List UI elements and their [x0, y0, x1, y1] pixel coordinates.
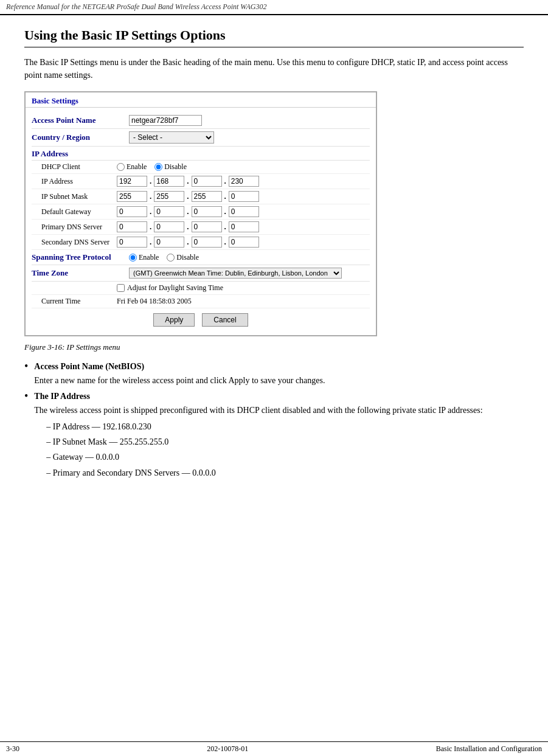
- spanning-enable-label[interactable]: Enable: [129, 253, 159, 262]
- subnet-mask-label: IP Subnet Mask: [32, 192, 117, 201]
- dhcp-enable-radio[interactable]: [117, 163, 125, 171]
- current-time-label: Current Time: [32, 297, 117, 306]
- spanning-tree-label: Spanning Tree Protocol: [32, 252, 129, 262]
- primary-dns-label: Primary DNS Server: [32, 223, 117, 232]
- page-footer: 3-30 202-10078-01 Basic Installation and…: [0, 741, 548, 756]
- secondary-dns-octet-3[interactable]: [192, 237, 222, 248]
- subnet-octet-1[interactable]: [117, 191, 147, 202]
- time-zone-select[interactable]: (GMT) Greenwich Mean Time: Dublin, Edinb…: [129, 268, 342, 279]
- ip-octet-4[interactable]: [229, 176, 259, 187]
- primary-dns-dot-3: .: [224, 222, 226, 232]
- bullet-item-1: • Access Point Name (NetBIOS) Enter a ne…: [24, 362, 524, 387]
- gateway-label: Default Gateway: [32, 207, 117, 217]
- ip-dot-1: .: [150, 176, 151, 186]
- dash-list-2: IP Address — 192.168.0.230 IP Subnet Mas…: [46, 419, 524, 480]
- secondary-dns-control: . . .: [117, 237, 370, 248]
- current-time-row: Current Time Fri Feb 04 18:58:03 2005: [32, 295, 370, 308]
- subnet-mask-control: . . .: [117, 191, 370, 202]
- gateway-control: . . .: [117, 206, 370, 217]
- access-point-name-input[interactable]: [129, 115, 202, 126]
- time-zone-label: Time Zone: [32, 268, 129, 278]
- dhcp-client-control: Enable Disable: [117, 162, 370, 172]
- primary-dns-control: . . .: [117, 221, 370, 232]
- bullet-title-1: Access Point Name (NetBIOS): [34, 362, 524, 372]
- ip-address-section-header: IP Address: [32, 147, 370, 161]
- country-region-control: - Select -: [129, 131, 370, 144]
- main-content: Using the Basic IP Settings Options The …: [0, 15, 548, 535]
- subnet-octet-4[interactable]: [229, 191, 259, 202]
- bullet-section: • Access Point Name (NetBIOS) Enter a ne…: [24, 362, 524, 480]
- secondary-dns-dot-1: .: [150, 237, 151, 247]
- primary-dns-octet-4[interactable]: [229, 221, 259, 232]
- dhcp-client-row: DHCP Client Enable Disable: [32, 161, 370, 174]
- secondary-dns-octet-2[interactable]: [154, 237, 184, 248]
- spanning-tree-control: Enable Disable: [129, 253, 370, 262]
- primary-dns-octet-1[interactable]: [117, 221, 147, 232]
- access-point-name-label: Access Point Name: [32, 116, 129, 125]
- dash-item-4: Primary and Secondary DNS Servers — 0.0.…: [46, 465, 524, 480]
- gateway-octet-1[interactable]: [117, 206, 147, 217]
- secondary-dns-dot-3: .: [224, 237, 226, 247]
- page-header: Reference Manual for the NETGEAR ProSafe…: [0, 0, 548, 15]
- gateway-octet-4[interactable]: [229, 206, 259, 217]
- ip-address-control: . . .: [117, 176, 370, 187]
- bullet-item-2: • The IP Address The wireless access poi…: [24, 392, 524, 480]
- country-region-row: Country / Region - Select -: [32, 129, 370, 147]
- primary-dns-octet-3[interactable]: [192, 221, 222, 232]
- bullet-text-2: The wireless access point is shipped pre…: [34, 404, 524, 417]
- spanning-disable-text: Disable: [176, 253, 199, 262]
- secondary-dns-octet-4[interactable]: [229, 237, 259, 248]
- apply-button[interactable]: Apply: [153, 313, 195, 327]
- gateway-dot-2: .: [187, 207, 189, 217]
- ip-octet-3[interactable]: [192, 176, 222, 187]
- footer-left: 3-30: [6, 744, 19, 754]
- current-time-value: Fri Feb 04 18:58:03 2005: [117, 297, 192, 306]
- ip-octet-2[interactable]: [154, 176, 184, 187]
- spanning-tree-row: Spanning Tree Protocol Enable Disable: [32, 250, 370, 265]
- gateway-dot-3: .: [224, 207, 226, 217]
- dhcp-client-label: DHCP Client: [32, 162, 117, 172]
- daylight-saving-text: Adjust for Daylight Saving Time: [127, 283, 223, 293]
- primary-dns-octet-2[interactable]: [154, 221, 184, 232]
- dhcp-enable-text: Enable: [127, 162, 147, 172]
- country-select[interactable]: - Select -: [129, 131, 214, 144]
- ip-address-label: IP Address: [32, 177, 117, 186]
- time-zone-control: (GMT) Greenwich Mean Time: Dublin, Edinb…: [129, 268, 370, 279]
- bullet-title-2: The IP Address: [34, 392, 524, 401]
- intro-paragraph: The Basic IP Settings menu is under the …: [24, 56, 524, 81]
- country-region-label: Country / Region: [32, 133, 129, 142]
- secondary-dns-dot-2: .: [187, 237, 189, 247]
- dash-item-1: IP Address — 192.168.0.230: [46, 419, 524, 434]
- gateway-octet-2[interactable]: [154, 206, 184, 217]
- dhcp-disable-radio[interactable]: [154, 163, 162, 171]
- primary-dns-dot-2: .: [187, 222, 189, 232]
- secondary-dns-label: Secondary DNS Server: [32, 238, 117, 247]
- gateway-octet-3[interactable]: [192, 206, 222, 217]
- access-point-name-control: [129, 115, 370, 126]
- footer-right: Basic Installation and Configuration: [436, 744, 542, 754]
- cancel-button[interactable]: Cancel: [202, 313, 248, 327]
- primary-dns-dot-1: .: [150, 222, 151, 232]
- secondary-dns-octet-1[interactable]: [117, 237, 147, 248]
- page-title: Using the Basic IP Settings Options: [24, 27, 524, 47]
- subnet-octet-2[interactable]: [154, 191, 184, 202]
- dhcp-disable-label[interactable]: Disable: [154, 162, 187, 172]
- spanning-enable-radio[interactable]: [129, 254, 137, 262]
- time-zone-row: Time Zone (GMT) Greenwich Mean Time: Dub…: [32, 265, 370, 282]
- subnet-dot-2: .: [187, 192, 189, 201]
- spanning-disable-label[interactable]: Disable: [167, 253, 199, 262]
- ip-octet-1[interactable]: [117, 176, 147, 187]
- daylight-saving-label[interactable]: Adjust for Daylight Saving Time: [117, 283, 223, 293]
- subnet-mask-row: IP Subnet Mask . . .: [32, 189, 370, 204]
- settings-box-title: Basic Settings: [26, 92, 376, 108]
- spanning-disable-radio[interactable]: [167, 254, 175, 262]
- dhcp-enable-label[interactable]: Enable: [117, 162, 147, 172]
- bullet-dot-1: •: [24, 361, 28, 372]
- gateway-row: Default Gateway . . .: [32, 204, 370, 220]
- ip-address-section-label: IP Address: [32, 149, 68, 158]
- daylight-saving-checkbox[interactable]: [117, 284, 125, 292]
- form-button-row: Apply Cancel: [32, 308, 370, 330]
- primary-dns-row: Primary DNS Server . . .: [32, 220, 370, 235]
- subnet-octet-3[interactable]: [192, 191, 222, 202]
- settings-box: Basic Settings Access Point Name Country…: [24, 91, 377, 336]
